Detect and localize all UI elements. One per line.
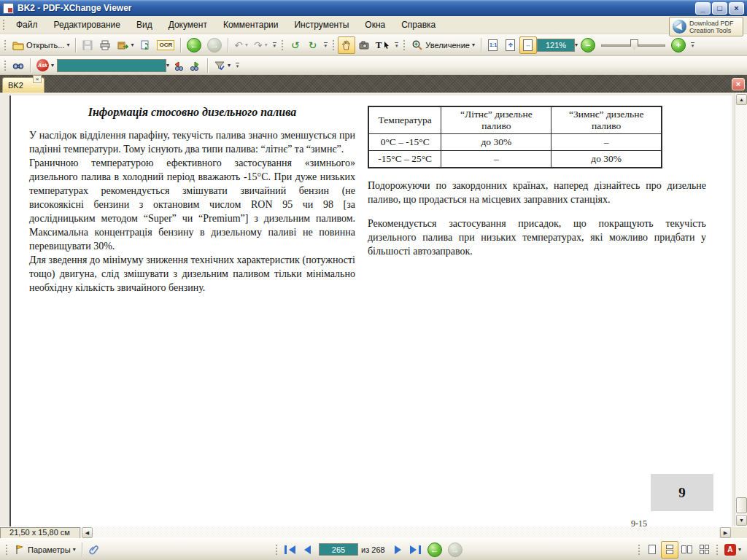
app-icon (3, 3, 14, 14)
actual-size-button[interactable]: 1:1 (484, 36, 502, 54)
table-cell: до 30% (551, 151, 662, 168)
toolbar-grip[interactable] (2, 19, 6, 31)
view-back-button[interactable]: ← (425, 541, 445, 559)
ocr-button[interactable]: OCR (154, 36, 177, 54)
menu-windows[interactable]: Окна (357, 16, 393, 34)
toolbar-overflow-button[interactable]: ▾ (273, 42, 276, 47)
paragraph: Для зведення до мінімуму зниження техніч… (29, 253, 355, 295)
go-forward-button[interactable]: → (204, 36, 225, 54)
fit-page-button[interactable]: ✣ (502, 36, 519, 54)
rotate-ccw-button[interactable]: ↺ (287, 36, 304, 54)
scroll-left-button[interactable]: ◀ (82, 527, 93, 538)
pdf-page[interactable]: Інформація стосовно дизельного палива У … (9, 96, 732, 526)
vertical-scroll-thumb[interactable] (736, 497, 747, 513)
previous-page-button[interactable] (298, 541, 316, 559)
chevron-down-icon[interactable]: ▾ (228, 62, 231, 69)
horizontal-scrollbar[interactable] (81, 527, 719, 539)
search-input[interactable] (57, 59, 166, 72)
toolbar-overflow-button[interactable]: ▾ (236, 63, 239, 68)
menu-document[interactable]: Документ (160, 16, 215, 34)
zoom-slider[interactable] (601, 38, 665, 52)
options-button[interactable]: Параметры ▾ (11, 541, 79, 559)
title-bar: BK2 - PDF-XChange Viewer _ □ × (0, 0, 747, 16)
first-page-button[interactable] (281, 541, 298, 559)
scan-button[interactable] (136, 36, 154, 54)
zoom-in-button[interactable]: + (668, 36, 689, 54)
toolbar-overflow-button[interactable]: ▾ (395, 42, 398, 47)
toolbar-grip[interactable] (275, 544, 279, 556)
maximize-button[interactable]: □ (712, 2, 727, 15)
export-button[interactable]: ▾ (114, 36, 136, 54)
horizontal-scroll-row: 21,50 x 15,80 см ◀ ▶ (0, 526, 747, 538)
chevron-down-icon[interactable]: ▾ (472, 42, 475, 48)
continuous-layout-button[interactable] (661, 541, 678, 559)
scroll-up-button[interactable]: ▲ (736, 94, 747, 105)
chevron-down-icon[interactable]: ▾ (66, 42, 69, 48)
attachments-button[interactable] (85, 541, 103, 559)
facing-continuous-layout-button[interactable] (696, 541, 713, 559)
tab-close-icon[interactable]: × (33, 75, 42, 83)
slider-thumb[interactable] (630, 39, 638, 50)
open-in-acrobat-button[interactable]: A ▾ (721, 541, 744, 559)
fit-width-button[interactable]: ↔ (519, 36, 537, 54)
go-back-button[interactable]: ← (184, 36, 204, 54)
redo-button[interactable]: ↷ ▾ (251, 36, 271, 54)
table-cell: -15°С – 25°С (368, 151, 441, 168)
close-button[interactable]: × (729, 2, 744, 15)
toolbar-grip[interactable] (638, 544, 641, 556)
scroll-right-button[interactable]: ▶ (720, 527, 731, 538)
menu-edit[interactable]: Редактирование (46, 16, 128, 34)
find-previous-button[interactable] (169, 57, 187, 74)
tab-bk2[interactable]: BK2 × (2, 77, 44, 93)
rotate-cw-button[interactable]: ↻ (304, 36, 322, 54)
chevron-down-icon[interactable]: ▾ (131, 42, 133, 48)
chevron-down-icon[interactable]: ▾ (73, 546, 76, 553)
separator (180, 38, 181, 52)
toolbar-grip[interactable] (403, 39, 406, 51)
toolbar-grip[interactable] (5, 544, 9, 556)
open-button[interactable]: Открыть... ▾ (9, 36, 72, 54)
chevron-down-icon[interactable]: ▾ (738, 546, 741, 553)
download-pdf-tools-button[interactable]: Download PDF Creation Tools (669, 17, 743, 36)
page-number-field[interactable]: 265 (319, 543, 358, 556)
zoom-out-button[interactable]: − (578, 36, 598, 54)
select-text-button[interactable]: T (373, 36, 393, 54)
next-page-button[interactable] (390, 541, 407, 559)
toolbar-grip[interactable] (281, 39, 285, 51)
menu-file[interactable]: Файл (8, 16, 46, 34)
toolbar-grip[interactable] (4, 39, 7, 51)
undo-button[interactable]: ↶ ▾ (231, 36, 251, 54)
view-forward-button[interactable]: → (445, 541, 465, 559)
snapshot-button[interactable] (355, 36, 373, 54)
chevron-down-icon[interactable]: ▾ (51, 62, 54, 69)
zoom-tool-button[interactable]: Увеличение ▾ (409, 36, 478, 54)
menu-view[interactable]: Вид (128, 16, 160, 34)
toolbar-grip[interactable] (716, 544, 719, 556)
search-button[interactable] (9, 57, 27, 74)
ask-icon: Ask (36, 59, 49, 71)
find-next-button[interactable] (187, 57, 204, 74)
single-page-layout-button[interactable] (643, 541, 661, 559)
toolbar-overflow-button[interactable]: ▾ (324, 42, 328, 47)
toolbar-overflow-button[interactable]: ▾ (691, 42, 694, 47)
document-viewport[interactable]: Інформація стосовно дизельного палива У … (0, 93, 747, 526)
page-count-label: из 268 (361, 545, 385, 554)
menu-comments[interactable]: Комментарии (215, 16, 287, 34)
last-page-button[interactable] (407, 541, 425, 559)
vertical-scrollbar[interactable]: ▲ ▼ (735, 93, 747, 526)
toolbar-grip[interactable] (4, 60, 7, 71)
facing-layout-button[interactable] (678, 541, 696, 559)
minimize-button[interactable]: _ (695, 2, 711, 15)
folder-icon (12, 39, 24, 51)
hand-tool-button[interactable] (338, 36, 355, 54)
save-button[interactable] (79, 36, 96, 54)
ask-button[interactable]: Ask ▾ (34, 57, 57, 74)
print-button[interactable] (96, 36, 114, 54)
scroll-down-button[interactable]: ▼ (736, 515, 747, 526)
menu-tools[interactable]: Инструменты (286, 16, 357, 34)
zoom-level-field[interactable]: 121% (537, 39, 575, 52)
close-pane-button[interactable]: × (732, 78, 745, 90)
toolbar-grip[interactable] (332, 39, 336, 51)
menu-help[interactable]: Справка (393, 16, 444, 34)
filter-button[interactable]: ▾ (211, 57, 233, 74)
